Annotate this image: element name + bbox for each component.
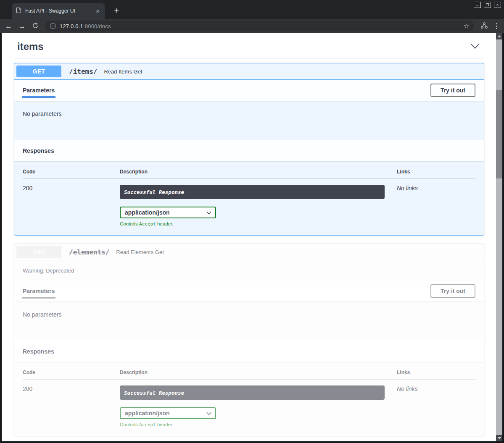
media-type-select[interactable]: application/json <box>120 207 216 218</box>
operation-body: Warning: Deprecated Parameters Try it ou… <box>14 260 484 436</box>
response-links: No links <box>397 185 475 191</box>
close-button[interactable]: × <box>494 2 501 8</box>
accept-note-code: Accept <box>139 221 156 227</box>
response-description-cell: Successful Response application/json Con… <box>120 185 397 227</box>
responses-table: Code Description Links 200 Successful Re… <box>14 161 484 235</box>
operation-summary[interactable]: GET /elements/ Read Elements Get <box>14 244 484 260</box>
triangle-down-icon <box>498 437 501 439</box>
operation-description: Read Elements Get <box>116 249 164 255</box>
chevron-down-icon <box>206 209 211 216</box>
operation-path: /items/ <box>65 68 101 76</box>
tab-title: Fast API - Swagger UI <box>25 8 91 14</box>
parameters-tab-label: Parameters <box>23 87 55 94</box>
bookmark-star-icon[interactable]: ☆ <box>464 22 469 30</box>
deprecated-warning: Warning: Deprecated <box>14 260 484 280</box>
collapse-chevron-icon[interactable] <box>470 43 480 51</box>
opblock-get-elements-deprecated: GET /elements/ Read Elements Get Warning… <box>14 244 484 436</box>
forward-icon[interactable]: → <box>18 23 26 30</box>
tab-close-icon[interactable]: × <box>95 8 101 15</box>
responses-table: Code Description Links 200 Successful Re… <box>14 362 484 436</box>
accept-header-note: Controls Accept header. <box>120 422 385 427</box>
response-description: Successful Response <box>120 385 385 400</box>
scroll-up-button[interactable] <box>496 33 502 39</box>
reload-icon[interactable] <box>32 22 39 30</box>
parameters-tab-label: Parameters <box>23 288 55 294</box>
no-parameters-text: No parameters <box>14 101 484 140</box>
address-bar[interactable]: i 127.0.0.1:8000/docs ☆ <box>45 21 474 31</box>
profile-network-icon[interactable] <box>480 22 488 31</box>
browser-toolbar: ← → i 127.0.0.1:8000/docs ☆ <box>0 19 504 33</box>
vertical-scrollbar[interactable] <box>496 33 502 441</box>
scrollbar-thumb[interactable] <box>496 90 502 178</box>
response-code: 200 <box>23 385 120 392</box>
swagger-page: items GET /items/ Read Items Get Paramet… <box>2 33 496 441</box>
media-type-value: application/json <box>125 410 170 417</box>
method-badge: GET <box>16 246 61 258</box>
opblock-get-items: GET /items/ Read Items Get Parameters Tr… <box>14 63 484 236</box>
operation-path: /elements/ <box>65 248 113 256</box>
triangle-up-icon <box>498 35 501 37</box>
response-description-cell: Successful Response application/json Con… <box>120 385 397 427</box>
response-row: 200 Successful Response application/json… <box>23 179 475 227</box>
responses-heading: Responses <box>23 348 54 355</box>
tag-title: items <box>17 41 44 52</box>
description-column-header: Description <box>120 169 397 175</box>
operation-body: Parameters Try it out No parameters Resp… <box>14 80 484 235</box>
parameters-tab[interactable]: Parameters <box>23 288 55 294</box>
links-column-header: Links <box>397 169 475 175</box>
responses-section-bar: Responses <box>14 341 484 362</box>
accept-note-code: Accept <box>139 422 156 427</box>
code-column-header: Code <box>23 370 120 375</box>
minimize-button[interactable]: – <box>474 2 481 8</box>
responses-table-header: Code Description Links <box>23 370 475 380</box>
back-icon[interactable]: ← <box>5 23 12 30</box>
media-type-select[interactable]: application/json <box>120 407 216 419</box>
responses-table-header: Code Description Links <box>23 169 475 179</box>
try-it-out-button[interactable]: Try it out <box>430 284 475 298</box>
url-text[interactable]: 127.0.0.1:8000/docs <box>60 23 111 29</box>
scroll-down-button[interactable] <box>496 435 502 441</box>
try-it-out-button[interactable]: Try it out <box>430 84 475 97</box>
links-column-header: Links <box>397 370 475 375</box>
parameters-section-bar: Parameters Try it out <box>14 80 484 101</box>
response-row: 200 Successful Response application/json… <box>23 380 475 427</box>
accept-note-suffix: header. <box>156 221 174 226</box>
accept-note-prefix: Controls <box>120 422 139 427</box>
maximize-icon <box>486 3 489 6</box>
window-controls: – × <box>474 2 501 8</box>
url-host: 127.0.0.1 <box>60 23 83 29</box>
response-description: Successful Response <box>120 185 385 199</box>
code-column-header: Code <box>23 169 120 175</box>
page-favicon-icon <box>16 7 21 15</box>
operation-description: Read Items Get <box>104 68 142 75</box>
responses-section-bar: Responses <box>14 140 484 161</box>
browser-titlebar: Fast API - Swagger UI × + – × <box>0 0 504 19</box>
parameters-tab[interactable]: Parameters <box>23 87 55 94</box>
browser-tab[interactable]: Fast API - Swagger UI × <box>12 3 105 19</box>
response-links: No links <box>397 385 475 392</box>
accept-note-suffix: header. <box>156 422 174 427</box>
site-info-icon[interactable]: i <box>50 23 56 29</box>
new-tab-button[interactable]: + <box>111 5 122 16</box>
tag-section-header[interactable]: items <box>14 35 484 58</box>
menu-icon[interactable] <box>494 22 499 30</box>
parameters-section-bar: Parameters Try it out <box>14 280 484 301</box>
no-parameters-text: No parameters <box>14 301 484 341</box>
response-code: 200 <box>23 185 120 191</box>
media-type-value: application/json <box>125 209 170 216</box>
accept-header-note: Controls Accept header. <box>120 221 385 227</box>
maximize-button[interactable] <box>484 2 491 8</box>
method-badge: GET <box>16 66 61 77</box>
chevron-down-icon <box>206 410 211 417</box>
responses-heading: Responses <box>23 147 54 154</box>
operation-summary[interactable]: GET /items/ Read Items Get <box>14 63 484 80</box>
url-path: :8000/docs <box>83 23 111 29</box>
accept-note-prefix: Controls <box>120 221 139 226</box>
description-column-header: Description <box>120 370 397 375</box>
